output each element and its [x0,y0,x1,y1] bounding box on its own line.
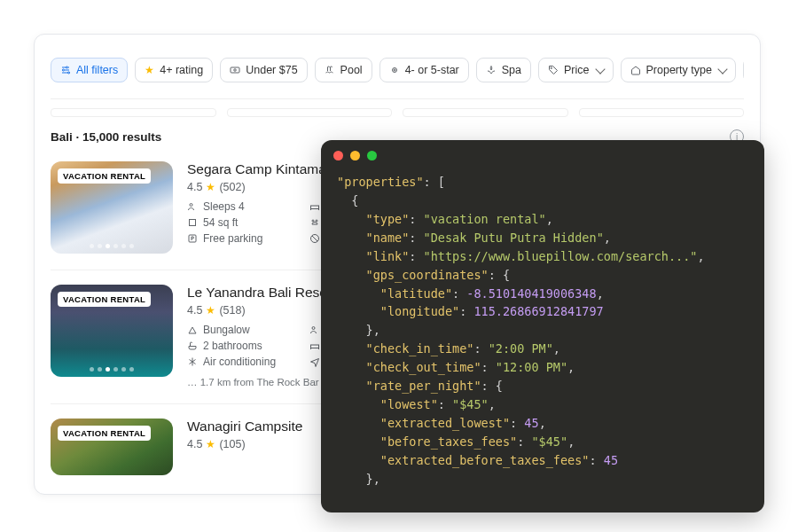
photo-badge: VACATION RENTAL [58,426,151,441]
zoom-dot[interactable] [367,151,377,160]
filter-pool-label: Pool [340,64,363,76]
svg-point-1 [63,69,65,71]
close-dot[interactable] [333,151,343,160]
star-icon: ★ [206,181,215,193]
cash-icon [230,65,240,75]
rating-value: 4.5 [187,181,202,193]
filter-spa[interactable]: Spa [476,58,531,82]
filter-under[interactable]: Under $75 [220,58,307,82]
svg-point-5 [392,68,396,73]
filter-price[interactable]: Price [538,58,613,82]
filter-rating[interactable]: ★ 4+ rating [135,58,213,82]
svg-rect-10 [190,220,196,226]
window-controls [321,140,764,168]
filter-price-label: Price [564,64,589,76]
no-ac-icon [309,233,320,244]
pet-icon [309,217,320,228]
svg-point-11 [312,220,314,222]
svg-point-4 [234,69,237,72]
area-icon [187,217,198,228]
minimize-dot[interactable] [350,151,360,160]
filter-property-label: Property type [646,64,712,76]
filter-under-label: Under $75 [246,64,297,76]
star-icon: ★ [206,304,215,317]
code-window: "properties": [ { "type": "vacation rent… [321,140,764,512]
chevron-down-icon [595,64,605,74]
bed-icon [309,201,320,212]
spa-icon [486,65,497,75]
amenity-item: Bungalow [187,324,293,336]
svg-point-8 [190,204,192,207]
amenity-item: 2 bathrooms [187,340,293,352]
svg-point-12 [316,220,317,222]
filter-all[interactable]: All filters [51,58,128,82]
sub-card [227,108,393,117]
carousel-dots [90,367,134,372]
svg-point-6 [394,69,395,71]
filter-star[interactable]: 4- or 5-star [379,58,469,82]
listing-photo[interactable]: VACATION RENTAL [51,285,173,377]
reviews-count: (105) [219,438,245,450]
home-icon [630,65,641,75]
filter-bar: All filters ★ 4+ rating Under $75 Pool 4… [51,47,744,99]
svg-rect-16 [311,345,319,348]
sleeps-icon [187,201,198,212]
svg-rect-9 [311,206,319,209]
sub-card [51,108,216,117]
results-count: Bali · 15,000 results [51,130,161,144]
star-icon: ★ [145,64,154,76]
ac-icon [187,356,198,367]
svg-rect-3 [231,67,239,73]
tag-icon [548,65,559,75]
photo-badge: VACATION RENTAL [58,168,151,184]
amenity-item: Sleeps 4 [187,200,293,213]
rating-value: 4.5 [187,304,202,317]
carousel-dots [90,244,134,248]
sub-cards-row [51,99,744,124]
filter-offers[interactable]: Offers [743,58,744,82]
amenity-item: Free parking [187,232,293,245]
listing-photo[interactable]: VACATION RENTAL [51,161,173,254]
airport-icon [309,356,320,367]
filter-pool[interactable]: Pool [315,58,372,82]
svg-point-2 [68,72,70,74]
svg-point-7 [551,67,552,69]
bungalow-icon [187,325,198,335]
amenity-item: Air conditioning [187,356,293,368]
code-content: "properties": [ { "type": "vacation rent… [321,168,764,503]
chevron-down-icon [717,64,727,74]
svg-point-0 [66,66,68,68]
amenity-item: 54 sq ft [187,216,293,229]
sleeps-icon [309,325,320,335]
filter-star-label: 4- or 5-star [405,64,459,76]
reviews-count: (502) [219,181,245,193]
filter-all-label: All filters [76,64,118,76]
parking-icon [187,233,198,244]
filter-rating-label: 4+ rating [160,64,203,76]
rating-value: 4.5 [187,438,202,450]
svg-point-15 [312,327,315,330]
listing-photo[interactable]: VACATION RENTAL [51,419,173,475]
star-icon: ★ [206,438,215,450]
photo-badge: VACATION RENTAL [58,292,151,307]
sub-card [403,108,568,117]
bed-icon [309,340,320,351]
filter-spa-label: Spa [502,64,521,76]
pool-icon [325,65,335,75]
bath-icon [187,340,198,351]
filter-property[interactable]: Property type [621,58,736,82]
reviews-count: (518) [219,304,245,317]
sub-card [579,108,745,117]
rosette-icon [389,65,400,75]
sliders-icon [60,65,71,75]
